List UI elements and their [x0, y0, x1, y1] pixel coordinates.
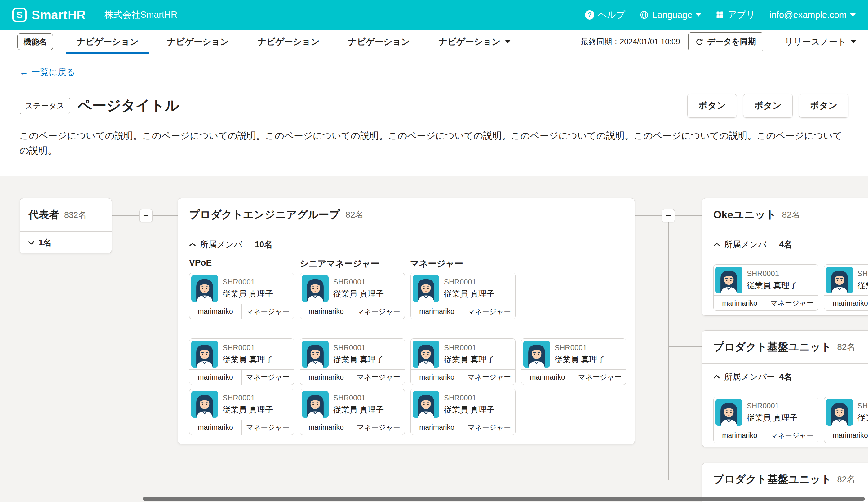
employee-card-footer: marimariko マネージャー: [714, 428, 818, 443]
group-header: プロダクトエンジニアグループ 82名: [178, 198, 634, 231]
members-toggle[interactable]: 所属メンバー 4名: [713, 371, 792, 383]
employee-info: SHR0001 従業員 真理子: [333, 343, 384, 365]
refresh-icon: [695, 38, 703, 46]
avatar-illustration: [413, 391, 439, 418]
horizontal-scrollbar[interactable]: [143, 497, 865, 501]
employee-card[interactable]: SHR0001 従業員 真理子 marimariko マネージャー: [300, 389, 405, 435]
nav-tab-4[interactable]: ナビゲーション: [334, 30, 424, 54]
org-group-card-platform-unit[interactable]: プロダクト基盤ユニット 82名 所属メンバー 4名: [702, 330, 868, 447]
org-group-card-oke-unit[interactable]: Okeユニット 82名 所属メンバー 4名: [702, 198, 868, 316]
employee-card[interactable]: SHR0001 従業員 真理子 marimariko マネージャー: [189, 389, 294, 435]
group-header: Okeユニット 82名: [702, 198, 868, 231]
collapse-button[interactable]: −: [140, 209, 153, 222]
page-action-button-3[interactable]: ボタン: [799, 94, 848, 118]
employee-avatar: [413, 275, 439, 302]
employee-card[interactable]: SHR0001 従業員 真理子 marimariko マネージャー: [713, 264, 818, 311]
employee-code: SHR0001: [333, 343, 384, 352]
page-action-button-1[interactable]: ボタン: [687, 94, 737, 118]
group-title: プロダクトエンジニアグループ: [189, 208, 340, 222]
org-root-count: 832名: [64, 209, 86, 221]
employee-card-top: SHR0001 従業員 真理子: [189, 273, 294, 304]
employee-info: SHR0001 従業員 真理子: [333, 394, 384, 415]
employee-card-footer: marimariko マネージャー: [824, 295, 868, 311]
employee-info: SHR0001 従業員 真理子: [223, 343, 273, 365]
org-root-card[interactable]: 代表者 832名 1名: [20, 198, 112, 253]
employee-avatar: [302, 275, 329, 302]
employee-card[interactable]: SHR0001 従業員 真理子 marimariko マネージャー: [713, 397, 818, 443]
employee-card[interactable]: SHR0001 従業員 真理子 marimariko マネージャー: [411, 338, 516, 385]
apps-label: アプリ: [727, 9, 755, 21]
apps-menu[interactable]: アプリ: [715, 9, 755, 21]
employee-card-top: SHR0001 従業員 真理子: [411, 389, 515, 420]
group-count: 82名: [837, 473, 855, 485]
connector-line-vertical: [668, 222, 669, 480]
smarthr-logo-text: SmartHR: [32, 8, 86, 22]
employee-avatar: [191, 341, 218, 367]
employee-role: マネージャー: [242, 420, 294, 435]
employee-card[interactable]: SHR0001 従業員 真理子 marimariko マネージャー: [411, 273, 516, 319]
employee-card[interactable]: SHR0001 従業員 真理子 marimariko マネージャー: [824, 264, 868, 311]
nav-right: 最終同期：2024/01/01 10:09 データを同期 リリースノート: [581, 30, 868, 54]
members-toggle[interactable]: 所属メンバー 4名: [713, 239, 792, 250]
nav-tab-5-dropdown[interactable]: ナビゲーション: [424, 30, 525, 54]
org-group-card-platform-unit-2[interactable]: プロダクト基盤ユニット 82名: [702, 463, 868, 502]
employee-card[interactable]: SHR0001 従業員 真理子 marimariko マネージャー: [189, 338, 294, 385]
org-group-card-main[interactable]: プロダクトエンジニアグループ 82名 所属メンバー 10名 VPoE シニアマネ…: [178, 198, 635, 445]
connector-line: [153, 215, 178, 216]
collapse-button[interactable]: −: [662, 209, 675, 222]
members-label: 所属メンバー: [724, 239, 775, 250]
employee-card-top: SHR0001 従業員 真理子: [714, 265, 818, 295]
employee-card[interactable]: SHR0001 従業員 真理子 marimariko マネージャー: [300, 273, 405, 319]
release-notes-menu[interactable]: リリースノート: [773, 36, 868, 48]
connector-line: [112, 215, 140, 216]
group-title: Okeユニット: [713, 208, 776, 222]
employee-card-footer: marimariko マネージャー: [189, 369, 294, 385]
nav-tab-1[interactable]: ナビゲーション: [62, 30, 153, 54]
role-header-manager: マネージャー: [410, 258, 463, 270]
language-menu[interactable]: Language: [640, 10, 701, 20]
employee-card-footer: marimariko マネージャー: [411, 420, 515, 435]
employee-info: SHR0001 従業員 真理子: [857, 401, 868, 423]
employee-avatar: [715, 267, 742, 293]
role-header-vpoe: VPoE: [189, 258, 212, 268]
employee-card[interactable]: SHR0001 従業員 真理子 marimariko マネージャー: [521, 338, 626, 385]
smarthr-logo[interactable]: S SmartHR: [12, 8, 86, 22]
employee-role: マネージャー: [352, 420, 404, 435]
nav-tab-2[interactable]: ナビゲーション: [153, 30, 243, 54]
employee-avatar: [413, 391, 439, 418]
nav-tab-label: ナビゲーション: [439, 36, 501, 48]
members-toggle[interactable]: 所属メンバー 10名: [189, 239, 272, 250]
header-right: ? ヘルプ Language アプリ info@example.com: [585, 9, 856, 21]
back-arrow-icon: ←: [20, 67, 28, 77]
back-to-list-link[interactable]: ← 一覧に戻る: [20, 66, 75, 78]
chevron-down-icon: [28, 240, 35, 245]
employee-card[interactable]: SHR0001 従業員 真理子 marimariko マネージャー: [189, 273, 294, 319]
employee-card-top: SHR0001 従業員 真理子: [189, 389, 294, 420]
minus-icon: −: [665, 210, 671, 221]
org-root-expander[interactable]: 1名: [20, 231, 112, 253]
employee-code: SHR0001: [444, 343, 495, 352]
title-row: ステータス ページタイトル ボタン ボタン ボタン: [20, 94, 848, 118]
employee-card-footer: marimariko マネージャー: [189, 420, 294, 435]
account-menu[interactable]: info@example.com: [769, 10, 856, 20]
employee-code: SHR0001: [444, 394, 495, 402]
employee-avatar: [302, 341, 329, 367]
sync-data-label: データを同期: [707, 36, 756, 47]
nav-tab-3[interactable]: ナビゲーション: [243, 30, 334, 54]
employee-card[interactable]: SHR0001 従業員 真理子 marimariko マネージャー: [824, 397, 868, 443]
help-menu[interactable]: ? ヘルプ: [585, 9, 625, 21]
employee-name: 従業員 真理子: [857, 280, 868, 291]
employee-card[interactable]: SHR0001 従業員 真理子 marimariko マネージャー: [300, 338, 405, 385]
account-email: info@example.com: [769, 10, 847, 20]
avatar-illustration: [523, 341, 550, 367]
connector-line: [675, 215, 702, 216]
avatar-illustration: [191, 391, 218, 418]
page-action-button-2[interactable]: ボタン: [743, 94, 793, 118]
employee-card[interactable]: SHR0001 従業員 真理子 marimariko マネージャー: [411, 389, 516, 435]
employee-info: SHR0001 従業員 真理子: [444, 343, 495, 365]
avatar-illustration: [715, 399, 742, 426]
employee-username: marimariko: [189, 370, 242, 385]
group-title: プロダクト基盤ユニット: [713, 472, 831, 487]
sync-data-button[interactable]: データを同期: [688, 32, 763, 51]
language-label: Language: [652, 10, 692, 20]
